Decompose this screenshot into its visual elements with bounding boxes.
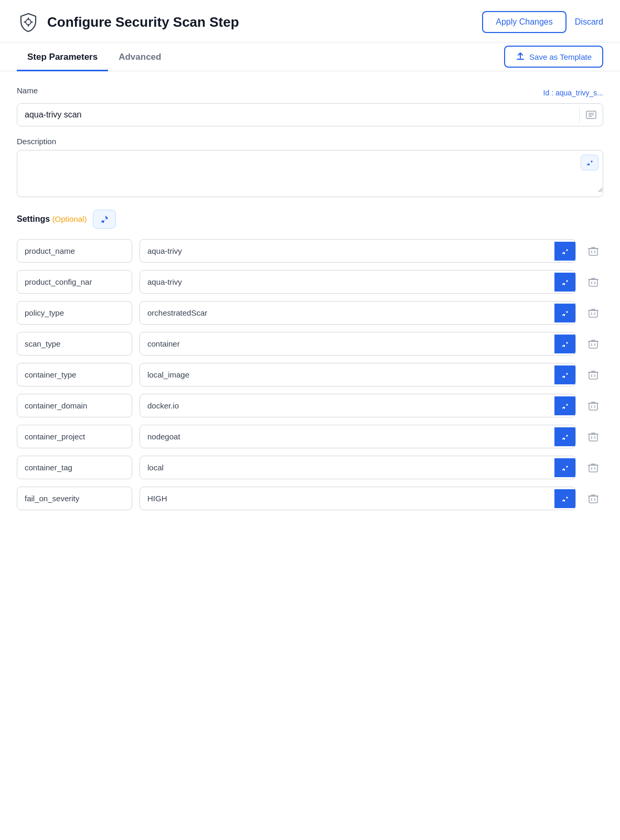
list-icon [586,111,596,119]
page-title: Configure Security Scan Step [47,14,239,30]
value-pin-button[interactable] [554,427,575,446]
pin-icon [561,402,569,410]
apply-changes-button[interactable]: Apply Changes [482,11,566,33]
setting-key-input[interactable] [17,425,132,448]
id-value: Id : aqua_trivy_s... [543,89,603,97]
setting-value-wrapper [140,394,576,417]
settings-optional: (Optional) [52,214,87,223]
setting-key-input[interactable] [17,270,132,294]
delete-row-button[interactable] [583,489,603,509]
id-label: Id [543,89,550,97]
discard-button[interactable]: Discard [575,17,603,27]
tab-step-parameters[interactable]: Step Parameters [17,42,108,71]
svg-rect-40 [589,465,597,472]
svg-rect-36 [589,434,597,441]
trash-icon [587,493,599,504]
name-template-icon-button[interactable] [579,106,603,123]
delete-row-button[interactable] [583,303,603,323]
svg-rect-28 [589,372,597,379]
setting-key-input[interactable] [17,456,132,479]
delete-row-button[interactable] [583,427,603,447]
tabs-bar: Step Parameters Advanced Save as Templat… [0,42,620,71]
setting-value-wrapper [140,425,576,448]
value-pin-button[interactable] [554,396,575,415]
setting-value-input[interactable] [140,456,554,479]
svg-rect-20 [589,310,597,317]
description-pin-button[interactable] [581,155,598,170]
delete-row-button[interactable] [583,334,603,354]
delete-row-button[interactable] [583,272,603,292]
tabs-left: Step Parameters Advanced [17,42,172,71]
svg-rect-24 [589,341,597,348]
setting-value-input[interactable] [140,394,554,417]
value-pin-button[interactable] [554,304,575,322]
settings-header: Settings (Optional) [17,210,603,229]
trash-icon [587,338,599,350]
trash-icon [587,431,599,443]
delete-row-button[interactable] [583,365,603,385]
pin-icon [561,340,569,348]
setting-key-input[interactable] [17,363,132,386]
name-input[interactable] [17,104,579,126]
description-label: Description [17,137,603,146]
name-input-wrapper [17,103,603,126]
setting-value-input[interactable] [140,363,554,386]
trash-icon [587,462,599,473]
pin-icon [561,494,569,503]
shield-gear-icon [17,10,40,34]
trash-icon [587,307,599,319]
svg-rect-12 [589,249,597,255]
value-pin-button[interactable] [554,335,575,353]
description-input[interactable] [17,150,603,192]
value-pin-button[interactable] [554,242,575,261]
setting-value-input[interactable] [140,271,554,293]
table-row [17,456,603,479]
setting-key-input[interactable] [17,394,132,417]
table-row [17,270,603,294]
setting-value-input[interactable] [140,301,554,324]
table-row [17,425,603,448]
tab-advanced[interactable]: Advanced [108,42,172,71]
delete-row-button[interactable] [583,241,603,261]
settings-label: Settings (Optional) [17,214,87,224]
pin-icon [561,464,569,472]
id-link-text: aqua_trivy_s... [555,89,603,97]
setting-key-input[interactable] [17,239,132,263]
name-label: Name [17,86,38,95]
trash-icon [587,369,599,381]
svg-rect-32 [589,403,597,410]
settings-pin-icon [100,214,109,224]
setting-key-input[interactable] [17,301,132,325]
setting-value-input[interactable] [140,425,554,448]
value-pin-button[interactable] [554,273,575,292]
save-as-template-button[interactable]: Save as Template [504,46,603,68]
setting-key-input[interactable] [17,332,132,356]
setting-value-input[interactable] [140,332,554,355]
svg-rect-16 [589,279,597,286]
delete-row-button[interactable] [583,458,603,478]
setting-value-wrapper [140,270,576,294]
settings-rows [17,239,603,510]
setting-value-input[interactable] [140,240,554,262]
svg-point-0 [26,19,31,25]
value-pin-button[interactable] [554,489,575,508]
setting-value-input[interactable] [140,487,554,510]
trash-icon [587,245,599,257]
pin-icon [561,278,569,286]
setting-value-wrapper [140,456,576,479]
setting-value-wrapper [140,332,576,356]
main-content: Name Id : aqua_trivy_s... Description [0,71,620,525]
value-pin-button[interactable] [554,458,575,477]
settings-pin-button[interactable] [93,210,116,229]
name-id-row: Name Id : aqua_trivy_s... [17,86,603,99]
table-row [17,487,603,510]
trash-icon [587,400,599,412]
table-row [17,394,603,417]
value-pin-button[interactable] [554,365,575,384]
delete-row-button[interactable] [583,396,603,416]
header: Configure Security Scan Step Apply Chang… [0,0,620,42]
pin-icon [561,371,569,379]
table-row [17,363,603,386]
setting-key-input[interactable] [17,487,132,510]
upload-icon [516,52,525,61]
